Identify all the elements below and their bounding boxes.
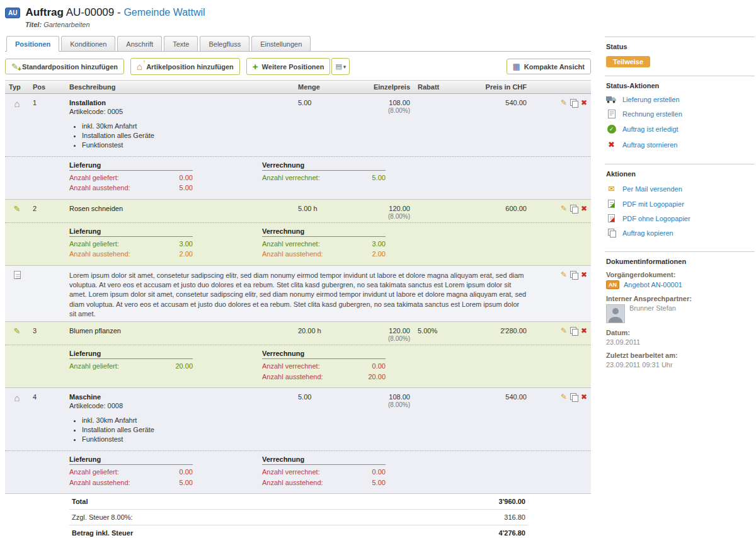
- text-position-icon: [14, 271, 21, 279]
- delete-icon[interactable]: ✖: [581, 271, 587, 278]
- copy-order-link[interactable]: Auftrag kopieren: [606, 229, 753, 237]
- tab-belegfluss[interactable]: Belegfluss: [200, 36, 249, 52]
- pdf-logo-icon: [608, 200, 615, 208]
- create-delivery-link[interactable]: Lieferung erstellen: [606, 96, 753, 103]
- fulfillment-detail: Lieferung Anzahl geliefert: 20.00 Verrec…: [5, 345, 591, 387]
- delivery-heading: Lieferung: [69, 455, 193, 465]
- delivery-label: Anzahl geliefert:: [69, 361, 119, 372]
- delete-icon[interactable]: ✖: [581, 327, 587, 335]
- tax-label: Zzgl. Steuer 8.00%:: [72, 513, 133, 521]
- send-mail-link[interactable]: ✉ Per Mail versenden: [606, 184, 753, 193]
- modified-value: 23.09.2011 09:31 Uhr: [606, 361, 753, 369]
- copy-icon[interactable]: [570, 271, 578, 279]
- status-actions-heading: Status-Aktionen: [606, 82, 753, 89]
- pdf-with-logo-link[interactable]: PDF mit Logopapier: [606, 200, 753, 208]
- unit-price: 120.00: [361, 205, 410, 212]
- mail-icon: ✉: [608, 184, 615, 193]
- order-done-link[interactable]: ✓ Auftrag ist erledigt: [606, 125, 753, 134]
- compact-view-button[interactable]: ▦ Kompakte Ansicht: [507, 59, 591, 74]
- bullet-item: inkl. 30km Anfahrt: [82, 416, 290, 425]
- col-einzelpreis: Einzelpreis: [357, 81, 414, 93]
- caret-down-icon: ▾: [343, 64, 346, 70]
- delete-icon[interactable]: ✖: [581, 99, 587, 106]
- line-total: 600.00: [458, 200, 530, 222]
- delete-icon[interactable]: ✖: [581, 205, 587, 212]
- more-positions-button[interactable]: + Weitere Positionen: [246, 58, 331, 75]
- delivery-label: Anzahl geliefert:: [69, 467, 119, 478]
- document-info-heading: Dokumentinformationen: [606, 258, 753, 265]
- unit-price: 120.00: [361, 327, 410, 335]
- tab-anschrift[interactable]: Anschrift: [117, 36, 162, 52]
- predecessor-row: AN Angebot AN-00001: [606, 280, 753, 289]
- tab-einstellungen[interactable]: Einstellungen: [251, 36, 311, 52]
- create-invoice-link[interactable]: Rechnung erstellen: [606, 110, 753, 118]
- edit-icon[interactable]: ✎: [561, 205, 567, 212]
- billing-value: 5.00: [372, 173, 386, 183]
- predecessor-link[interactable]: Angebot AN-00001: [624, 281, 682, 289]
- more-positions-group: + Weitere Positionen ▤ ▾: [246, 58, 350, 75]
- unit-price: 108.00: [361, 393, 410, 401]
- col-preis: Preis in CHF: [458, 81, 530, 93]
- service-icon: ✎: [14, 326, 21, 336]
- copy-icon[interactable]: [570, 393, 578, 401]
- grand-total-label: Betrag inkl. Steuer: [72, 529, 133, 537]
- delivery-heading: Lieferung: [69, 350, 193, 359]
- contact-row: Brunner Stefan: [606, 304, 753, 323]
- position-bullets: inkl. 30km Anfahrt Installation alles Ge…: [82, 122, 290, 150]
- edit-icon[interactable]: ✎: [561, 99, 567, 106]
- bullet-item: Funktionstest: [82, 435, 290, 444]
- tab-positionen[interactable]: Positionen: [6, 36, 59, 52]
- quantity: 20.00 h: [294, 322, 357, 345]
- edit-icon[interactable]: ✎: [561, 327, 567, 335]
- doc-label: Auftrag: [25, 6, 63, 18]
- delivery-label: Anzahl geliefert:: [69, 239, 119, 249]
- billing-value: 3.00: [372, 239, 386, 249]
- copy-icon[interactable]: [570, 99, 578, 107]
- article-icon: ⌂: [14, 392, 20, 403]
- add-standard-position-button[interactable]: ✎ Standardposition hinzufügen: [5, 59, 124, 74]
- billing-label: Anzahl verrechnet:: [262, 239, 320, 249]
- edit-icon[interactable]: ✎: [561, 393, 567, 401]
- position-row-4: ⌂ 4 Maschine Artikelcode: 0008 inkl. 30k…: [5, 388, 591, 494]
- fulfillment-detail: Lieferung Anzahl geliefert: 0.00 Anzahl …: [5, 156, 591, 199]
- date-value: 23.09.2011: [606, 338, 753, 346]
- truck-icon: [606, 96, 617, 103]
- cancel-icon: ✖: [608, 140, 615, 149]
- bullet-item: Installation alles Geräte: [82, 425, 290, 435]
- house-up-icon: ⌂: [137, 62, 142, 71]
- position-title: Maschine: [69, 393, 290, 401]
- discount: [414, 200, 458, 222]
- cancel-order-link[interactable]: ✖ Auftrag stornieren: [606, 140, 753, 149]
- billing-label: Anzahl verrechnet:: [262, 361, 320, 372]
- billing-value: 0.00: [372, 467, 386, 478]
- positions-toolbar: ✎ Standardposition hinzufügen ⌂ Artikelp…: [5, 58, 591, 75]
- delivery-label: Anzahl ausstehend:: [69, 249, 130, 260]
- grand-total-value: 4'276.80: [499, 529, 525, 537]
- title-value: Gartenarbeiten: [43, 21, 89, 28]
- more-positions-dropdown[interactable]: ▤ ▾: [331, 58, 350, 75]
- tab-konditionen[interactable]: Konditionen: [61, 36, 115, 52]
- actions-section: Aktionen ✉ Per Mail versenden PDF mit Lo…: [605, 164, 755, 251]
- document-type-badge: AU: [5, 8, 20, 18]
- copy-icon[interactable]: [570, 205, 578, 213]
- totals: Total 3'960.00 Zzgl. Steuer 8.00%: 316.8…: [5, 494, 591, 538]
- actions-heading: Aktionen: [606, 170, 753, 178]
- delete-icon[interactable]: ✖: [581, 393, 587, 401]
- customer-link[interactable]: Gemeinde Wattwil: [123, 7, 205, 18]
- billing-label: Anzahl verrechnet:: [262, 467, 320, 478]
- document-info-section: Dokumentinformationen Vorgängerdokument:…: [605, 251, 755, 377]
- bullet-item: Funktionstest: [82, 140, 290, 150]
- discount: [414, 388, 458, 450]
- billing-value: 2.00: [372, 249, 386, 260]
- copy-icon[interactable]: [570, 327, 578, 335]
- article-icon: ⌂: [14, 98, 20, 109]
- billing-heading: Verrechnung: [262, 227, 386, 237]
- billing-value: 5.00: [372, 478, 386, 488]
- document-subtitle: Titel: Gartenarbeiten: [25, 21, 591, 28]
- tab-texte[interactable]: Texte: [164, 36, 198, 52]
- pdf-without-logo-link[interactable]: PDF ohne Logopapier: [606, 214, 753, 222]
- delivery-value: 0.00: [180, 467, 193, 478]
- add-article-position-button[interactable]: ⌂ Artikelposition hinzufügen: [130, 58, 240, 75]
- bullet-item: inkl. 30km Anfahrt: [82, 122, 290, 131]
- edit-icon[interactable]: ✎: [561, 271, 567, 278]
